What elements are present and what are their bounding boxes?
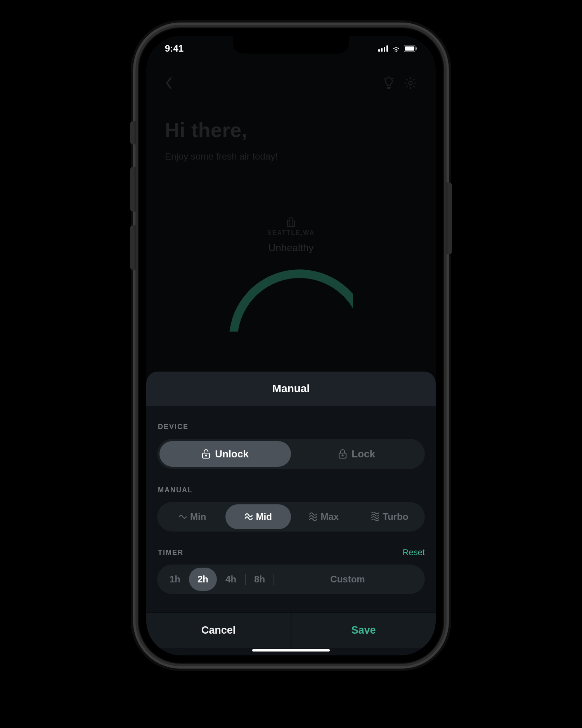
svg-rect-2	[384, 47, 385, 52]
svg-line-11	[384, 78, 385, 79]
manual-mid-option[interactable]: Mid	[225, 504, 291, 529]
svg-rect-6	[416, 47, 417, 50]
side-button	[130, 167, 135, 212]
city-icon	[284, 216, 298, 227]
tips-button[interactable]	[382, 76, 395, 91]
timer-8h-option[interactable]: 8h	[246, 568, 274, 591]
svg-rect-15	[292, 221, 294, 226]
manual-min-label: Min	[190, 511, 206, 522]
device-section-label: DEVICE	[158, 423, 424, 431]
side-button	[447, 182, 452, 254]
timer-custom-option[interactable]: Custom	[274, 568, 421, 591]
cellular-icon	[378, 45, 388, 52]
manual-mid-label: Mid	[256, 511, 272, 522]
manual-max-option[interactable]: Max	[291, 504, 357, 529]
phone-frame: 9:41	[138, 27, 444, 664]
gear-icon	[404, 76, 417, 90]
timer-2h-option[interactable]: 2h	[189, 568, 217, 591]
unlock-icon	[202, 449, 210, 459]
lock-icon	[338, 449, 347, 459]
manual-min-option[interactable]: Min	[159, 504, 225, 529]
air-status-label: Unhealthy	[165, 242, 417, 254]
location-label: SEATTLE,WA	[165, 229, 417, 236]
timer-8h-label: 8h	[254, 574, 265, 585]
chevron-left-icon	[165, 76, 173, 90]
manual-turbo-label: Turbo	[383, 511, 408, 522]
device-unlock-label: Unlock	[215, 448, 249, 460]
svg-point-17	[206, 455, 207, 456]
status-time: 9:41	[165, 43, 184, 54]
timer-reset-link[interactable]: Reset	[403, 547, 425, 558]
cancel-button[interactable]: Cancel	[146, 613, 291, 648]
wave-turbo-icon	[371, 512, 379, 522]
timer-1h-label: 1h	[170, 574, 180, 585]
svg-rect-1	[381, 48, 383, 52]
svg-rect-5	[405, 47, 414, 51]
wave-min-icon	[178, 514, 187, 520]
notch	[233, 36, 349, 54]
manual-segmented: Min Mid Max Turbo	[157, 502, 425, 532]
svg-rect-3	[386, 45, 388, 52]
save-button[interactable]: Save	[291, 613, 436, 648]
side-button	[130, 121, 135, 144]
device-lock-label: Lock	[352, 448, 375, 460]
wifi-icon	[391, 45, 401, 52]
cancel-label: Cancel	[201, 624, 236, 636]
greeting-subline: Enjoy some fresh air today!	[165, 151, 417, 162]
svg-line-10	[393, 78, 393, 79]
timer-section-label: TIMER	[158, 549, 184, 557]
battery-icon	[404, 45, 417, 52]
timer-4h-option[interactable]: 4h	[217, 568, 245, 591]
screen: 9:41	[146, 36, 436, 655]
air-gauge	[229, 269, 353, 332]
side-button	[130, 225, 135, 270]
manual-turbo-option[interactable]: Turbo	[357, 504, 423, 529]
svg-point-19	[342, 455, 343, 456]
device-unlock-option[interactable]: Unlock	[159, 441, 291, 467]
wave-max-icon	[309, 513, 317, 521]
greeting-title: Hi there,	[165, 118, 417, 142]
back-button[interactable]	[165, 76, 173, 91]
sheet-header: Manual	[146, 372, 436, 406]
timer-segmented: 1h 2h 4h 8h Custom	[157, 565, 425, 594]
device-lock-option[interactable]: Lock	[291, 441, 423, 467]
wave-mid-icon	[244, 513, 253, 520]
air-quality-block: SEATTLE,WA Unhealthy	[165, 216, 417, 332]
manual-max-label: Max	[320, 511, 339, 522]
timer-4h-label: 4h	[225, 574, 236, 585]
timer-custom-label: Custom	[330, 574, 365, 585]
settings-button[interactable]	[404, 76, 417, 91]
home-indicator[interactable]	[252, 649, 330, 652]
svg-point-12	[409, 82, 412, 85]
save-label: Save	[351, 624, 376, 636]
device-segmented: Unlock Lock	[157, 439, 425, 469]
lightbulb-icon	[382, 76, 395, 90]
manual-sheet: Manual DEVICE Unlock Lock MANUAL	[146, 372, 436, 655]
svg-rect-0	[378, 49, 380, 52]
manual-section-label: MANUAL	[158, 486, 424, 494]
timer-1h-option[interactable]: 1h	[161, 568, 189, 591]
background-content: Hi there, Enjoy some fresh air today! SE…	[146, 36, 436, 332]
timer-2h-label: 2h	[197, 574, 208, 585]
action-bar: Cancel Save	[146, 612, 436, 648]
sheet-title: Manual	[272, 382, 310, 394]
status-icons	[378, 45, 417, 52]
